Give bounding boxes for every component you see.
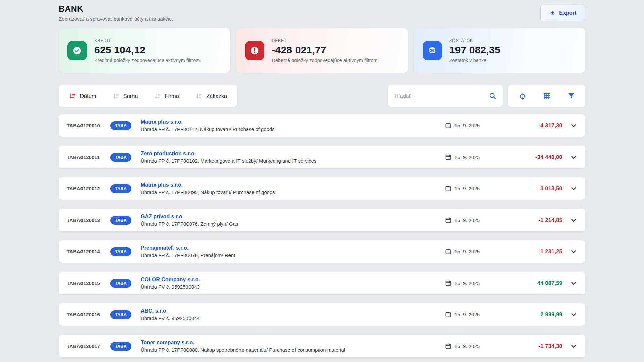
- download-icon: [549, 10, 556, 16]
- sort-icon: [154, 93, 161, 100]
- chevron-down-icon: [570, 217, 577, 224]
- expand-button[interactable]: [562, 185, 577, 192]
- expand-button[interactable]: [562, 217, 577, 224]
- card-description: Zostatok v banke: [449, 58, 500, 63]
- page-header: BANK Zobrazovať a spravovať bankové účty…: [59, 4, 585, 22]
- calendar-icon: [445, 122, 451, 129]
- company-link[interactable]: Zero production s.r.o.: [141, 150, 445, 157]
- table-row[interactable]: TABA0120017 TABA Toner company s.r.o. Úh…: [59, 335, 585, 357]
- date-label: 15. 9. 2025: [454, 217, 480, 223]
- sort-button[interactable]: Zákazka: [195, 93, 227, 100]
- filter-icon: [567, 92, 575, 100]
- chevron-down-icon: [570, 185, 577, 192]
- table-row[interactable]: TABA0120014 TABA Prenajímateľ, s.r.o. Úh…: [59, 240, 585, 263]
- search-icon[interactable]: [489, 92, 497, 100]
- transaction-main: COLOR Company s.r.o. Úhrada FV č. 959250…: [141, 277, 445, 290]
- search-input[interactable]: [395, 93, 479, 99]
- transaction-description: Úhrada FP č. 17PF00076, Zemný plyn/ Gas: [141, 221, 445, 227]
- table-row[interactable]: TABA0120013 TABA GAZ prívod s.r.o. Úhrad…: [59, 209, 585, 231]
- badge-column: TABA: [110, 310, 141, 319]
- debet-card: DEBET -428 021,77 Debetné položky zodpov…: [236, 28, 408, 73]
- table-view-button[interactable]: [543, 92, 551, 100]
- status-badge: TABA: [110, 216, 131, 225]
- table-row[interactable]: TABA0120012 TABA Matrix plus s.r.o. Úhra…: [59, 177, 585, 200]
- card-label: DEBET: [272, 38, 379, 43]
- sort-label: Firma: [165, 93, 179, 99]
- expand-button[interactable]: [562, 122, 577, 129]
- company-link[interactable]: Matrix plus s.r.o.: [141, 119, 445, 125]
- expand-button[interactable]: [562, 311, 577, 318]
- status-badge: TABA: [110, 121, 131, 130]
- action-icon-panel: [508, 85, 585, 107]
- kredit-card: KREDIT 625 104,12 Kreditné položky zodpo…: [59, 28, 230, 73]
- date-label: 15. 9. 2025: [454, 343, 480, 349]
- date-label: 15. 9. 2025: [454, 154, 480, 160]
- transaction-description: Úhrada FP č. 17PF00102, Marketingové a I…: [141, 158, 445, 164]
- badge-column: TABA: [110, 342, 141, 351]
- transaction-date: 15. 9. 2025: [445, 217, 499, 223]
- badge-column: TABA: [110, 121, 141, 130]
- company-link[interactable]: Toner company s.r.o.: [141, 340, 445, 346]
- calendar-icon: [445, 311, 451, 318]
- badge-column: TABA: [110, 247, 141, 256]
- badge-column: TABA: [110, 216, 141, 225]
- table-icon: [543, 92, 551, 100]
- chevron-down-icon: [570, 248, 577, 255]
- calendar-icon: [445, 248, 451, 255]
- chevron-down-icon: [570, 343, 577, 350]
- transaction-amount: 2 999,99: [499, 311, 562, 318]
- calendar-icon: [445, 154, 451, 160]
- sort-icon: [112, 93, 119, 100]
- expand-button[interactable]: [562, 154, 577, 161]
- sort-panel: Dátum Suma Firma Zákazka: [59, 85, 237, 107]
- status-badge: TABA: [110, 184, 131, 193]
- expand-button[interactable]: [562, 280, 577, 287]
- company-link[interactable]: ABC, s.r.o.: [141, 308, 445, 314]
- kredit-value: 625 104,12: [94, 44, 201, 56]
- transaction-main: GAZ prívod s.r.o. Úhrada FP č. 17PF00076…: [141, 214, 445, 227]
- transaction-amount: -1 734,30: [499, 343, 562, 349]
- transaction-main: Zero production s.r.o. Úhrada FP č. 17PF…: [141, 150, 445, 164]
- sort-label: Dátum: [80, 93, 96, 99]
- transaction-id: TABA0120015: [67, 280, 110, 286]
- card-description: Debetné položky zodpovedajúce aktívnym f…: [272, 58, 379, 63]
- badge-column: TABA: [110, 153, 141, 162]
- transaction-main: Toner company s.r.o. Úhrada FP č. 17PF00…: [141, 340, 445, 353]
- table-row[interactable]: TABA0120011 TABA Zero production s.r.o. …: [59, 146, 585, 168]
- sort-icon: [195, 93, 202, 100]
- alert-circle-icon: [245, 41, 264, 60]
- filter-button[interactable]: [567, 92, 575, 100]
- company-link[interactable]: Prenajímateľ, s.r.o.: [141, 245, 445, 251]
- transaction-id: TABA0120017: [67, 343, 110, 349]
- table-row[interactable]: TABA0120010 TABA Matrix plus s.r.o. Úhra…: [59, 114, 585, 137]
- company-link[interactable]: Matrix plus s.r.o.: [141, 182, 445, 188]
- sort-button[interactable]: Dátum: [69, 93, 96, 100]
- transaction-date: 15. 9. 2025: [445, 154, 499, 160]
- transaction-amount: -34 440,00: [499, 154, 562, 160]
- search-panel: [388, 85, 503, 107]
- expand-button[interactable]: [562, 343, 577, 350]
- sort-icon: [69, 93, 76, 100]
- date-label: 15. 9. 2025: [454, 123, 480, 128]
- card-label: KREDIT: [94, 38, 201, 43]
- transaction-id: TABA0120013: [67, 217, 110, 223]
- export-button[interactable]: Export: [540, 5, 585, 21]
- transaction-id: TABA0120012: [67, 186, 110, 191]
- sort-button[interactable]: Firma: [154, 93, 179, 100]
- refresh-button[interactable]: [518, 92, 527, 100]
- company-link[interactable]: GAZ prívod s.r.o.: [141, 214, 445, 220]
- transaction-description: Úhrada FV č. 9592500044: [141, 315, 445, 321]
- transaction-date: 15. 9. 2025: [445, 343, 499, 349]
- calendar-icon: [445, 280, 451, 286]
- chevron-down-icon: [570, 154, 577, 161]
- transaction-amount: -4 317,30: [499, 122, 562, 129]
- expand-button[interactable]: [562, 248, 577, 255]
- zostatok-card-content: ZOSTATOK 197 082,35 Zostatok v banke: [449, 38, 500, 63]
- table-row[interactable]: TABA0120015 TABA COLOR Company s.r.o. Úh…: [59, 272, 585, 294]
- title-block: BANK Zobrazovať a spravovať bankové účty…: [59, 4, 173, 22]
- sort-button[interactable]: Suma: [112, 93, 138, 100]
- kredit-card-content: KREDIT 625 104,12 Kreditné položky zodpo…: [94, 38, 201, 63]
- company-link[interactable]: COLOR Company s.r.o.: [141, 277, 445, 283]
- table-row[interactable]: TABA0120016 TABA ABC, s.r.o. Úhrada FV č…: [59, 303, 585, 326]
- badge-column: TABA: [110, 184, 141, 193]
